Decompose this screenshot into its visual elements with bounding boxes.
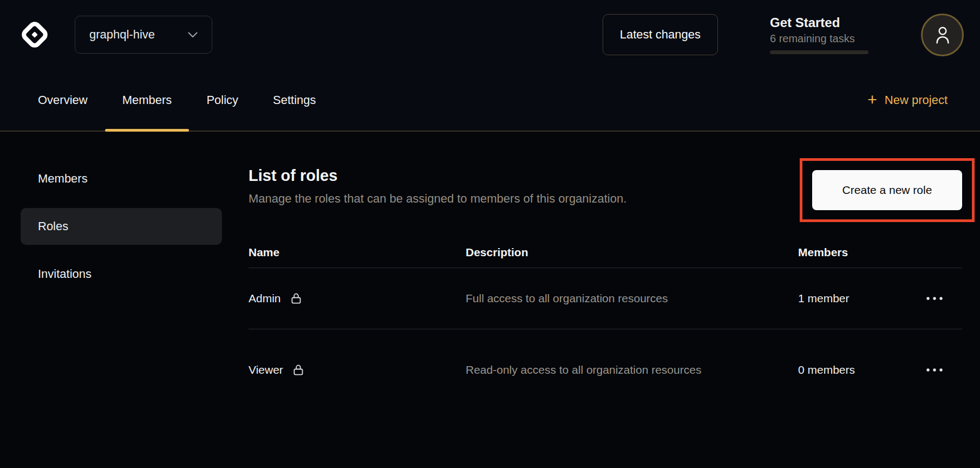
tab-overview-label: Overview xyxy=(38,93,88,107)
main-header: List of roles Manage the roles that can … xyxy=(249,167,962,206)
tab-policy[interactable]: Policy xyxy=(189,69,256,131)
org-selector-value: graphql-hive xyxy=(89,28,155,42)
latest-changes-label: Latest changes xyxy=(620,28,701,42)
tab-bar: Overview Members Policy Settings + New p… xyxy=(0,69,980,132)
user-icon xyxy=(933,25,952,44)
roles-table: Name Description Members Admin Full acce… xyxy=(249,237,962,411)
sidebar: Members Roles Invitations xyxy=(0,132,222,467)
tab-members-label: Members xyxy=(122,93,172,107)
get-started-subtitle: 6 remaining tasks xyxy=(770,32,868,45)
lock-icon xyxy=(291,363,305,377)
role-name: Admin xyxy=(249,292,281,305)
column-header-members: Members xyxy=(798,246,923,259)
sidebar-item-members[interactable]: Members xyxy=(21,160,222,197)
ellipsis-icon xyxy=(925,367,944,373)
new-project-button[interactable]: + New project xyxy=(867,92,948,108)
get-started-progress-track xyxy=(770,50,868,54)
hive-logo-icon[interactable] xyxy=(19,19,50,50)
role-name: Viewer xyxy=(249,363,283,376)
sidebar-item-roles[interactable]: Roles xyxy=(21,208,222,245)
content: Members Roles Invitations List of roles … xyxy=(0,132,980,467)
sidebar-item-invitations[interactable]: Invitations xyxy=(21,256,222,292)
get-started-title: Get Started xyxy=(770,15,868,30)
get-started-widget[interactable]: Get Started 6 remaining tasks xyxy=(770,15,868,54)
role-description: Read-only access to all organization res… xyxy=(466,361,798,379)
latest-changes-button[interactable]: Latest changes xyxy=(603,14,718,55)
sidebar-item-invitations-label: Invitations xyxy=(38,267,92,281)
new-project-label: New project xyxy=(885,93,948,107)
role-members-count: 0 members xyxy=(798,363,923,376)
row-menu-button[interactable] xyxy=(923,363,946,377)
column-header-name: Name xyxy=(249,246,466,259)
sidebar-item-members-label: Members xyxy=(38,172,88,186)
tab-settings[interactable]: Settings xyxy=(256,69,334,131)
lock-icon xyxy=(289,291,303,306)
header: graphql-hive Latest changes Get Started … xyxy=(0,0,980,132)
top-bar: graphql-hive Latest changes Get Started … xyxy=(0,0,980,69)
row-menu-button[interactable] xyxy=(923,291,946,306)
tab-policy-label: Policy xyxy=(206,93,238,107)
plus-icon: + xyxy=(867,92,877,108)
main-panel: List of roles Manage the roles that can … xyxy=(249,132,962,467)
column-header-description: Description xyxy=(466,246,798,259)
table-row: Admin Full access to all organization re… xyxy=(249,268,962,329)
chevron-down-icon xyxy=(188,32,198,38)
tab-overview[interactable]: Overview xyxy=(21,69,105,131)
ellipsis-icon xyxy=(925,296,944,301)
table-row: Viewer Read-only access to all organizat… xyxy=(249,329,962,411)
table-header-row: Name Description Members xyxy=(249,237,962,268)
org-selector[interactable]: graphql-hive xyxy=(75,16,212,54)
tab-settings-label: Settings xyxy=(273,93,316,107)
avatar-button[interactable] xyxy=(921,14,964,56)
role-description: Full access to all organization resource… xyxy=(466,289,798,308)
role-name-cell: Viewer xyxy=(249,363,466,377)
create-role-button[interactable]: Create a new role xyxy=(812,170,962,210)
sidebar-item-roles-label: Roles xyxy=(38,219,68,233)
tab-members[interactable]: Members xyxy=(105,69,190,131)
role-name-cell: Admin xyxy=(249,291,466,306)
page: graphql-hive Latest changes Get Started … xyxy=(0,0,980,468)
role-members-count: 1 member xyxy=(798,292,923,305)
